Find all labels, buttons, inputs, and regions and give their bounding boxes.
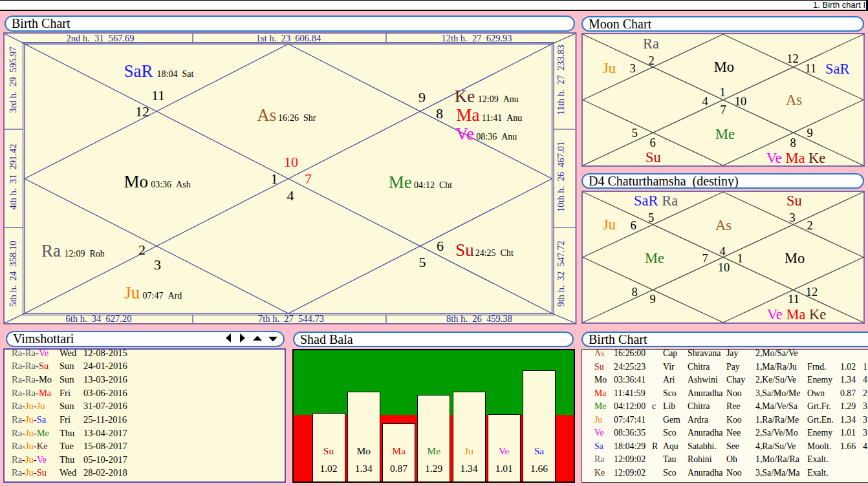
svg-text:3rd h. 29 595.97: 3rd h. 29 595.97 <box>8 47 18 113</box>
svg-text:Ju: Ju <box>603 217 616 233</box>
svg-text:SaR: SaR <box>825 61 850 77</box>
svg-text:10: 10 <box>284 154 298 170</box>
svg-text:4: 4 <box>702 95 708 108</box>
svg-text:12: 12 <box>806 286 818 299</box>
svg-text:8: 8 <box>631 286 637 299</box>
svg-text:24:25 Cht: 24:25 Cht <box>475 248 514 258</box>
svg-text:10: 10 <box>718 261 730 274</box>
svg-text:04:12 Cht: 04:12 Cht <box>414 180 452 190</box>
svg-text:Ve Ma Ke: Ve Ma Ke <box>767 306 826 322</box>
svg-text:Su: Su <box>646 149 661 165</box>
svg-text:Mo: Mo <box>714 59 734 75</box>
svg-text:11:41 Anu: 11:41 Anu <box>482 113 522 123</box>
svg-text:4: 4 <box>719 245 725 258</box>
svg-text:SaR Ra: SaR Ra <box>634 193 678 209</box>
svg-text:Ju: Ju <box>124 283 140 302</box>
svg-text:8th h. 26 459.38: 8th h. 26 459.38 <box>446 313 512 324</box>
svg-text:Ve Ma Ke: Ve Ma Ke <box>766 150 825 166</box>
svg-text:12:09 Anu: 12:09 Anu <box>478 94 519 104</box>
svg-text:SaR: SaR <box>124 61 153 81</box>
svg-text:07:47 Ard: 07:47 Ard <box>143 291 182 301</box>
svg-text:Me: Me <box>715 126 735 142</box>
svg-text:9th h. 32 547.72: 9th h. 32 547.72 <box>556 241 566 307</box>
svg-text:2: 2 <box>807 219 812 232</box>
svg-text:3: 3 <box>154 257 161 273</box>
svg-text:As: As <box>715 217 732 233</box>
svg-text:16:26 Shr: 16:26 Shr <box>278 113 316 123</box>
svg-text:2nd h. 31 567.69: 2nd h. 31 567.69 <box>66 33 134 43</box>
svg-text:6: 6 <box>649 136 655 149</box>
svg-text:12: 12 <box>787 52 799 65</box>
svg-text:7: 7 <box>702 252 708 265</box>
svg-text:Su: Su <box>787 193 802 209</box>
svg-text:3: 3 <box>789 211 795 224</box>
svg-text:1: 1 <box>737 252 743 265</box>
svg-text:As: As <box>257 105 276 125</box>
svg-text:5: 5 <box>631 127 637 140</box>
svg-text:As: As <box>786 92 802 108</box>
svg-text:5: 5 <box>648 211 654 224</box>
svg-text:1: 1 <box>719 86 725 99</box>
svg-text:5th h. 24 358.10: 5th h. 24 358.10 <box>8 241 18 307</box>
svg-text:Mo: Mo <box>124 172 149 191</box>
svg-text:9: 9 <box>418 89 426 105</box>
svg-text:8: 8 <box>436 105 443 122</box>
svg-text:1st h. 23 606.84: 1st h. 23 606.84 <box>256 33 321 43</box>
svg-text:18:04 Sat: 18:04 Sat <box>157 69 194 79</box>
svg-text:Mo: Mo <box>785 250 805 266</box>
svg-text:4: 4 <box>287 187 294 204</box>
svg-text:6: 6 <box>437 238 444 254</box>
svg-text:11th h. 27 233.83: 11th h. 27 233.83 <box>556 45 566 115</box>
svg-text:7: 7 <box>305 171 312 187</box>
svg-text:11: 11 <box>805 62 816 75</box>
svg-text:5: 5 <box>419 254 426 270</box>
svg-text:Ve: Ve <box>456 124 475 143</box>
svg-text:3: 3 <box>629 62 635 75</box>
svg-text:11: 11 <box>788 293 799 306</box>
svg-text:Me: Me <box>389 173 412 192</box>
svg-text:12th h. 27 629.93: 12th h. 27 629.93 <box>441 33 512 43</box>
svg-text:Ma: Ma <box>456 105 479 125</box>
svg-text:7th h. 27 544.73: 7th h. 27 544.73 <box>258 313 324 324</box>
svg-text:Ra: Ra <box>41 241 61 260</box>
svg-text:10: 10 <box>735 95 747 108</box>
svg-text:Ra: Ra <box>643 36 659 52</box>
svg-text:Me: Me <box>645 250 664 266</box>
svg-text:Ju: Ju <box>603 60 616 76</box>
svg-text:12: 12 <box>135 103 149 120</box>
svg-text:Ke: Ke <box>455 87 475 106</box>
svg-text:12:09 Roh: 12:09 Roh <box>65 249 105 259</box>
svg-text:2: 2 <box>138 242 146 258</box>
svg-text:03:36 Ash: 03:36 Ash <box>151 180 190 189</box>
svg-text:4th h. 31 291.42: 4th h. 31 291.42 <box>8 144 18 210</box>
svg-text:8: 8 <box>790 136 796 149</box>
svg-text:6th h. 34 627.20: 6th h. 34 627.20 <box>66 313 132 324</box>
svg-text:2: 2 <box>648 54 654 67</box>
svg-text:7: 7 <box>720 103 726 116</box>
svg-text:08:36 Anu: 08:36 Anu <box>476 132 517 142</box>
svg-text:9: 9 <box>649 293 655 306</box>
svg-text:10th h. 26 467.01: 10th h. 26 467.01 <box>556 142 566 212</box>
svg-text:11: 11 <box>151 87 165 103</box>
svg-text:1: 1 <box>271 171 278 187</box>
svg-text:Su: Su <box>455 240 474 260</box>
svg-text:6: 6 <box>630 219 636 232</box>
svg-text:9: 9 <box>807 127 812 140</box>
